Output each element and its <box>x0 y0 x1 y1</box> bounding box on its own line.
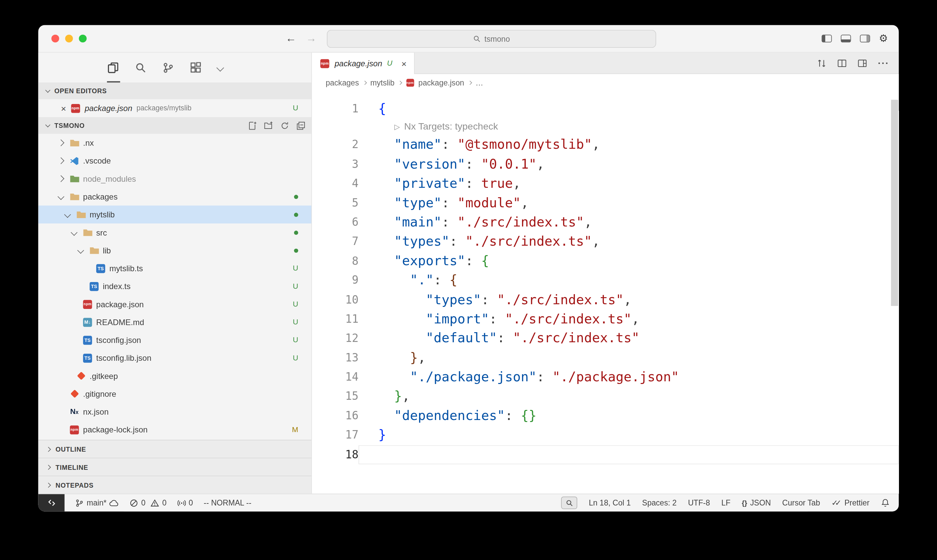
tree-item-index.ts[interactable]: TSindex.tsU <box>38 277 311 295</box>
close-tab-icon[interactable]: × <box>401 59 406 68</box>
breadcrumb-mytslib[interactable]: mytslib <box>370 78 394 87</box>
new-folder-icon[interactable] <box>264 121 273 130</box>
open-editor-item[interactable]: × npm package.json packages/mytslib U <box>38 99 311 117</box>
new-file-icon[interactable] <box>248 121 257 130</box>
tab-package-json[interactable]: npm package.json U × <box>312 52 415 74</box>
toggle-secondary-sidebar-icon[interactable] <box>860 35 870 42</box>
tree-item-.gitkeep[interactable]: .gitkeep <box>38 367 311 385</box>
vim-mode-indicator[interactable]: -- NORMAL -- <box>204 498 251 508</box>
workspace-title: TSMONO <box>54 122 85 129</box>
language-mode[interactable]: {} JSON <box>742 498 771 508</box>
notepads-section[interactable]: NOTEPADS <box>38 475 311 493</box>
close-editor-icon[interactable]: × <box>61 104 66 113</box>
tree-item-.vscode[interactable]: .vscode <box>38 152 311 169</box>
tree-item-packages[interactable]: packages <box>38 188 311 206</box>
codelens-nx-targets[interactable]: ▷Nx Targets: typecheck <box>312 118 899 135</box>
back-button[interactable]: ← <box>286 32 297 45</box>
tree-item-mytslib[interactable]: mytslib <box>38 206 311 223</box>
cursor-position[interactable]: Ln 18, Col 1 <box>589 498 631 508</box>
code-line-6[interactable]: 6 "main": "./src/index.ts", <box>312 213 899 232</box>
tree-item-label: nx.json <box>83 407 298 416</box>
source-control-view-icon[interactable] <box>163 52 174 82</box>
tree-item-src[interactable]: src <box>38 223 311 241</box>
tree-item-tsconfig.json[interactable]: TStsconfig.jsonU <box>38 331 311 349</box>
code-line-12[interactable]: 12 "default": "./src/index.ts" <box>312 329 899 348</box>
tree-item-package.json[interactable]: npmpackage.jsonU <box>38 295 311 313</box>
tree-item-label: mytslib.ts <box>109 264 289 273</box>
search-view-icon[interactable] <box>135 52 146 82</box>
indentation-status[interactable]: Spaces: 2 <box>642 498 677 508</box>
open-changes-icon[interactable] <box>817 58 826 68</box>
code-line-13[interactable]: 13 }, <box>312 348 899 368</box>
ports-status[interactable]: 0 <box>177 498 193 508</box>
code-editor[interactable]: 1{▷Nx Targets: typecheck2 "name": "@tsmo… <box>312 91 899 494</box>
titlebar-actions: ⚙ <box>822 33 888 43</box>
split-editor-icon[interactable] <box>837 58 847 68</box>
code-line-1[interactable]: 1{ <box>312 99 899 119</box>
code-line-2[interactable]: 2 "name": "@tsmono/mytslib", <box>312 135 899 155</box>
tree-item-mytslib.ts[interactable]: TSmytslib.tsU <box>38 260 311 277</box>
code-line-14[interactable]: 14 "./package.json": "./package.json" <box>312 368 899 387</box>
tree-item-node_modules[interactable]: node_modules <box>38 169 311 188</box>
code-line-15[interactable]: 15 }, <box>312 387 899 406</box>
code-line-10[interactable]: 10 "types": "./src/index.ts", <box>312 290 899 309</box>
zoom-indicator[interactable] <box>562 496 577 509</box>
line-number: 18 <box>312 445 358 465</box>
problems-status[interactable]: 0 0 <box>130 498 166 508</box>
minimize-window-button[interactable] <box>65 35 73 42</box>
tree-item-package-lock.json[interactable]: npmpackage-lock.jsonM <box>38 421 311 438</box>
code-line-17[interactable]: 17} <box>312 426 899 445</box>
code-line-8[interactable]: 8 "exports": { <box>312 251 899 271</box>
encoding-text: UTF-8 <box>688 498 710 508</box>
breadcrumb-file[interactable]: package.json <box>418 78 464 87</box>
code-line-4[interactable]: 4 "private": true, <box>312 174 899 194</box>
breadcrumb-packages[interactable]: packages <box>326 78 359 87</box>
window-controls <box>51 35 87 42</box>
git-branch-status[interactable]: main* <box>75 498 119 508</box>
line-content: { <box>358 99 899 119</box>
code-line-7[interactable]: 7 "types": "./src/index.ts", <box>312 232 899 252</box>
open-editors-header[interactable]: OPEN EDITORS <box>38 82 311 99</box>
explorer-section-header[interactable]: TSMONO <box>38 117 311 134</box>
scrollbar-thumb[interactable] <box>891 100 898 306</box>
timeline-section[interactable]: TIMELINE <box>38 458 311 475</box>
tree-item-.nx[interactable]: .nx <box>38 134 311 152</box>
tree-item-.gitignore[interactable]: .gitignore <box>38 385 311 403</box>
toggle-primary-sidebar-icon[interactable] <box>822 35 832 42</box>
tree-item-README.md[interactable]: M↓README.mdU <box>38 313 311 331</box>
toggle-panel-icon[interactable] <box>841 35 851 42</box>
more-views-chevron-icon[interactable] <box>217 52 223 82</box>
code-line-11[interactable]: 11 "import": "./src/index.ts", <box>312 309 899 329</box>
line-content: }, <box>358 348 899 368</box>
tree-item-nx.json[interactable]: Nxnx.json <box>38 403 311 421</box>
zoom-window-button[interactable] <box>79 35 86 42</box>
tree-item-label: package-lock.json <box>83 425 288 434</box>
eol-status[interactable]: LF <box>721 498 730 508</box>
settings-gear-icon[interactable]: ⚙ <box>879 33 888 43</box>
extensions-view-icon[interactable] <box>190 52 202 82</box>
cursor-tab-status[interactable]: Cursor Tab <box>782 498 820 508</box>
chevron-right-icon <box>58 139 64 146</box>
explorer-view-icon[interactable] <box>108 52 119 82</box>
breadcrumb-symbol[interactable]: … <box>475 78 483 87</box>
code-line-16[interactable]: 16 "dependencies": {} <box>312 406 899 426</box>
outline-section[interactable]: OUTLINE <box>38 440 311 458</box>
customize-layout-icon[interactable] <box>858 58 867 68</box>
command-center-search[interactable]: tsmono <box>327 30 656 48</box>
code-line-5[interactable]: 5 "type": "module", <box>312 193 899 213</box>
code-line-9[interactable]: 9 ".": { <box>312 271 899 291</box>
collapse-all-icon[interactable] <box>297 121 306 130</box>
refresh-icon[interactable] <box>280 121 289 130</box>
tree-item-lib[interactable]: lib <box>38 241 311 259</box>
formatter-status[interactable]: ✓✓ Prettier <box>831 498 869 508</box>
tree-item-tsconfig.lib.json[interactable]: TStsconfig.lib.jsonU <box>38 349 311 367</box>
code-line-18[interactable]: 18 <box>312 445 899 465</box>
code-line-3[interactable]: 3 "version": "0.0.1", <box>312 154 899 174</box>
notifications-bell[interactable] <box>881 498 890 508</box>
close-window-button[interactable] <box>51 35 59 42</box>
remote-indicator[interactable] <box>38 494 65 511</box>
sidebar: OPEN EDITORS × npm package.json packages… <box>38 52 312 493</box>
forward-button[interactable]: → <box>306 32 317 45</box>
encoding-status[interactable]: UTF-8 <box>688 498 710 508</box>
more-actions-icon[interactable]: ··· <box>878 58 889 68</box>
